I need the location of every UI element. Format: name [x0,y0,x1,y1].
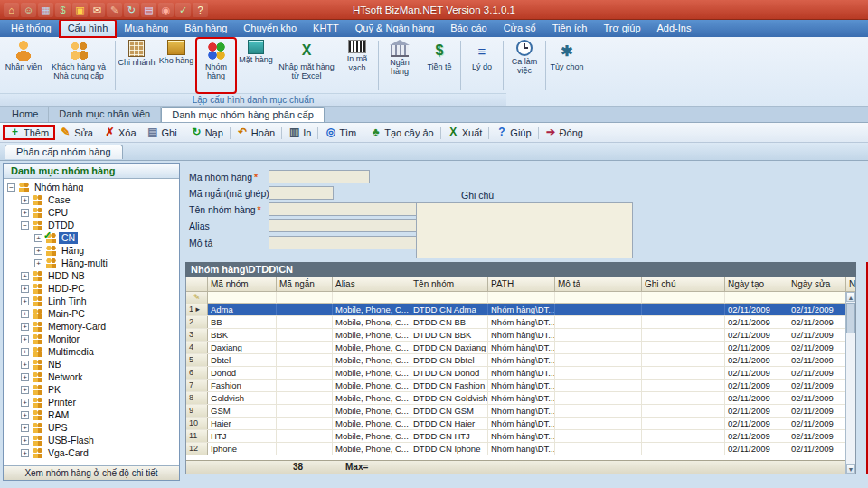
column-header-ghi-chu[interactable]: Ghi chú [642,277,725,292]
toolbar-hoan[interactable]: ↶Hoàn [231,126,280,139]
edit-icon[interactable]: ✎ [107,3,122,17]
menu-item-bao-cao[interactable]: Báo cáo [442,20,495,37]
tree-node-main-pc[interactable]: +Main-PC [4,307,179,320]
expand-icon[interactable]: + [21,348,29,356]
grid-row[interactable]: 6DonodMobile, Phone, C...DTDD CN DonodNh… [186,367,855,380]
ma-ngan-input[interactable] [269,186,334,200]
grid-row[interactable]: 10HaierMobile, Phone, C...DTDD CN HaierN… [186,418,855,430]
tree-node-multimedia[interactable]: +Multimedia [4,345,179,358]
grid-row[interactable]: 8GoldvishMobile, Phone, C...DTDD CN Gold… [186,392,855,405]
box-icon[interactable]: ▣ [72,3,88,17]
menu-item-cua-so[interactable]: Cửa sổ [495,20,544,37]
toolbar-sua[interactable]: ✎Sửa [54,126,99,139]
grid-row[interactable]: 4DaxiangMobile, Phone, C...DTDD CN Daxia… [186,342,855,354]
toolbar-tim[interactable]: ◎Tìm [319,126,362,139]
tab-danh-muc-nhom-hang-phan-cap[interactable]: Danh mục nhóm hàng phân cấp [161,107,325,122]
tree-node-nb[interactable]: +NB [4,358,179,371]
ribbon-button-tien-te[interactable]: $Tiền tệ [420,38,459,93]
scroll-thumb[interactable] [846,303,855,333]
ma-nhom-hang-input[interactable] [269,170,370,183]
menu-item-mua-hang[interactable]: Mua hàng [116,20,176,37]
tree-node-hdd-nb[interactable]: +HDD-NB [4,269,179,282]
tree-node-nhom-hang[interactable]: −Nhóm hàng [4,181,179,193]
ribbon-button-kho-hang[interactable]: Kho hàng [156,38,196,93]
column-header-ten-nhom[interactable]: Tên nhóm [410,277,488,292]
tree-node-pk[interactable]: +PK [4,383,179,396]
expand-icon[interactable]: + [34,259,42,267]
filter-cell-alias[interactable] [333,292,410,304]
vertical-scrollbar[interactable]: ▲ ▼ [845,292,855,474]
filter-cell-ma-ngan[interactable] [277,292,333,304]
tree-node-cpu[interactable]: +CPU [4,206,179,219]
column-header-ngay-sua[interactable]: Ngày sửa [788,277,846,292]
ribbon-button-in-ma-vach[interactable]: In mã vạch [337,38,377,93]
view-detail-button[interactable]: Xem nhóm hàng ở chế độ chi tiết [4,465,179,480]
tree-node-printer[interactable]: +Printer [4,396,179,408]
ribbon-button-ca-lam-viec[interactable]: Ca làm việc [505,38,544,93]
expand-icon[interactable]: + [21,361,29,369]
filter-cell-ngay-sua[interactable] [788,292,846,304]
column-header-ma-ngan[interactable]: Mã ngắn [277,277,333,292]
toolbar-ghi[interactable]: ▤Ghi [142,126,183,139]
tree-node-usb-flash[interactable]: +USB-Flash [4,434,179,446]
tree-node-case[interactable]: +Case [4,193,179,206]
ribbon-button-mat-hang[interactable]: Mặt hàng [236,38,276,93]
menu-item-chuyen-kho[interactable]: Chuyển kho [235,20,305,37]
cash-icon[interactable]: $ [55,3,71,17]
ribbon-button-nhom-hang[interactable]: Nhóm hàng [196,38,236,93]
expand-icon[interactable]: + [34,247,42,255]
toolbar-dong[interactable]: ➔Đóng [540,126,589,139]
expand-icon[interactable]: + [21,424,29,432]
tree-node-cn[interactable]: +CN [4,231,179,244]
column-header-mo-ta[interactable]: Mô tả [555,277,642,292]
expand-icon[interactable]: + [21,297,29,305]
tree-node-hang-multi[interactable]: +Hãng-multi [4,257,179,269]
ten-nhom-hang-input[interactable] [269,202,419,216]
column-header-ma-nhom[interactable]: Mã nhóm [208,277,277,292]
tree-node-hdd-pc[interactable]: +HDD-PC [4,282,179,295]
menu-item-he-thong[interactable]: Hệ thống [3,20,60,37]
tree-node-dtdd[interactable]: −DTDD [4,219,179,231]
grid-row[interactable]: 2BBMobile, Phone, C...DTDD CN BBNhóm hàn… [186,316,855,329]
tree-node-ram[interactable]: +RAM [4,408,179,421]
collapse-icon[interactable]: − [21,221,29,230]
toolbar-xuat[interactable]: XXuất [442,126,488,139]
tab-danh-muc-nhan-vien[interactable]: Danh mục nhân viên [49,107,161,122]
ribbon-button-nhan-vien[interactable]: Nhân viên [4,38,43,93]
tree-node-ups[interactable]: +UPS [4,421,179,434]
expand-icon[interactable]: + [21,436,29,445]
home-icon[interactable]: ⌂ [4,3,19,17]
menu-item-quy-ngan-hang[interactable]: Quỹ & Ngân hàng [347,20,442,37]
grid-row[interactable]: 9GSMMobile, Phone, C...DTDD CN GSMNhóm h… [186,405,855,418]
ribbon-button-chi-nhanh[interactable]: Chi nhánh [117,38,156,93]
grid-row[interactable]: 3BBKMobile, Phone, C...DTDD CN BBKNhóm h… [186,329,855,342]
menu-item-ban-hang[interactable]: Bán hàng [176,20,235,37]
tree-node-network[interactable]: +Network [4,371,179,383]
expand-icon[interactable]: + [21,399,29,407]
tree-node-hang[interactable]: +Hãng [4,244,179,257]
filter-cell-ten-nhom[interactable] [410,292,488,304]
expand-icon[interactable]: + [21,411,29,419]
toolbar-them[interactable]: +Thêm [4,126,54,139]
toolbar-giup[interactable]: ?Giúp [490,126,536,139]
ribbon-button-khach-hang-ncc[interactable]: Khách hàng và Nhà cung cấp [43,38,114,93]
grid-row[interactable]: 5DbtelMobile, Phone, C...DTDD CN DbtelNh… [186,354,855,367]
tree-node-memory-card[interactable]: +Memory-Card [4,320,179,333]
filter-cell-ma-nhom[interactable] [208,292,277,304]
menu-item-add-ins[interactable]: Add-Ins [649,20,700,37]
target-icon[interactable]: ◉ [158,3,174,17]
filter-cell-path[interactable] [488,292,555,304]
collapse-icon[interactable]: − [7,183,15,192]
refresh-icon[interactable]: ↻ [124,3,139,17]
ghi-chu-textarea[interactable] [416,202,633,258]
expand-icon[interactable]: + [21,285,29,293]
column-header-nguoi[interactable]: Người [846,277,856,292]
tree-node-monitor[interactable]: +Monitor [4,333,179,345]
ribbon-button-tuy-chon[interactable]: ✱Tùy chọn [547,38,587,93]
tab-phan-cap-nhom-hang[interactable]: Phân cấp nhóm hàng [5,145,123,159]
alias-input[interactable] [269,219,419,232]
toolbar-tao-cay-ao[interactable]: ♣Tạo cây ảo [364,126,439,139]
expand-icon[interactable]: + [21,373,29,381]
check-icon[interactable]: ✓ [175,3,191,17]
column-header-ngay-tao[interactable]: Ngày tạo [725,277,788,292]
